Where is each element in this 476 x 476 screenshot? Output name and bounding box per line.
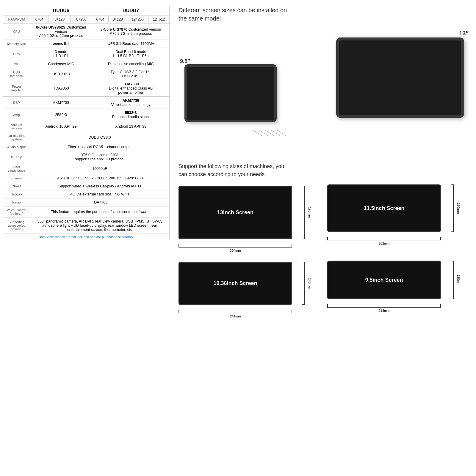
screen-10-36-text: 10.36inch Screen [213, 280, 257, 286]
bottom-bracket-11-5: 262mm [327, 234, 441, 240]
dudu6-cell-1: emmc 5.1 [30, 40, 92, 48]
dudu7-cell-5: TDA7808 Digital enhanced Class AB power … [92, 80, 170, 97]
height-13: 196mm [308, 207, 312, 218]
shared-row: car machine systemDUDU OS3.0 [3, 132, 170, 143]
d7-ram4: 12+512 [148, 15, 169, 24]
shared-row: RadioTDA7708 [3, 198, 170, 206]
screen-13-label: 13inch Screen [178, 186, 292, 239]
svg-line-4 [277, 130, 286, 136]
svg-line-2 [265, 130, 274, 136]
shared-label-2: BT chip [3, 151, 30, 163]
row-label-5: Power amplifier [3, 80, 30, 97]
corner-cell [3, 6, 30, 15]
dudu6-header: DUDU6 [30, 6, 92, 15]
d7-ram2: 8+128 [108, 15, 127, 24]
shared-row: Supporting accessories (optional)360° pa… [3, 217, 170, 234]
note-text: Note: Accessories are not included and a… [3, 234, 170, 240]
row-label-2: GPS [3, 48, 30, 60]
shared-label-1: Audio output [3, 143, 30, 151]
screen-9-5-text: 9.5inch Screen [365, 277, 403, 283]
dudu6-cell-6: AKM7738 [30, 97, 92, 109]
d6-ram2: 8+128 [49, 15, 71, 24]
shared-row: Filter capacitance10000μF [3, 163, 170, 174]
shared-row: BT chipBT5.0 Qualcomm 3031 supports the … [3, 151, 170, 163]
bottom-description: Support the following sizes of machines,… [178, 162, 470, 178]
screen-13-text: 13inch Screen [217, 209, 253, 216]
dudu7-header: DUDU7 [92, 6, 170, 15]
table-row: MICCondenser MICDigital noise cancelling… [3, 60, 170, 68]
row-label-0: CPU [3, 24, 30, 40]
right-bracket-11-5: 170mm [449, 184, 455, 232]
bottom-bracket-10-36: 241mm [178, 307, 292, 313]
dudu6-cell-2: 3 mode L1 B1 E1 [30, 48, 92, 60]
table-row: Amp2582*35532*3 Enhanced audio signal [3, 109, 170, 121]
shared-label-9: Supporting accessories (optional) [3, 217, 30, 234]
d7-ram3: 12+256 [127, 15, 148, 24]
d6-ram1: 6+64 [30, 15, 49, 24]
screen-9-5-label: 9.5inch Screen [327, 261, 441, 299]
d6-ram3: 8+256 [71, 15, 92, 24]
dudu7-cell-3: Digital noise cancelling MIC [92, 60, 170, 68]
shared-label-7: Radio [3, 198, 30, 206]
ram-rom-label: RAM/ROM [3, 15, 30, 24]
shared-value-9: 360° panoramic camera, AR DVR, rear view… [30, 217, 170, 234]
height-10-36: 146mm [308, 278, 312, 289]
right-panel: Different screen sizes can be installed … [173, 0, 476, 476]
row-label-7: Amp [3, 109, 30, 121]
row-label-1: Memory type [3, 40, 30, 48]
shared-value-4: 9.5″ / 10.36″ / 11.5″ : 2K 2000*1200 13″… [30, 174, 170, 182]
dudu6-cell-5: TDA7850 [30, 80, 92, 97]
svg-line-3 [271, 130, 280, 136]
shared-value-7: TDA7708 [30, 198, 170, 206]
shared-label-4: Screen [3, 174, 30, 182]
dudu7-cell-0: 8-Core UIS7870 Customized verison A76 2.… [92, 24, 170, 40]
right-bracket-9-5: 130mm [449, 261, 455, 299]
shared-value-0: DUDU OS3.0 [30, 132, 170, 143]
table-row: Memory typeemmc 5.1UFS 3.1 Read data 170… [3, 40, 170, 48]
shared-value-1: Fiber + coaxial RCA5.1 channel output [30, 143, 170, 151]
note-row: Note: Accessories are not included and a… [3, 234, 170, 240]
shared-row: CP/AASupport wired + wireless Car-play /… [3, 182, 170, 190]
height-9-5: 130mm [457, 275, 461, 286]
right-bracket-10-36: 146mm [300, 262, 306, 305]
shared-value-3: 10000μF [30, 163, 170, 174]
dudu6-cell-7: 2582*3 [30, 109, 92, 121]
row-label-6: DSP [3, 97, 30, 109]
top-description: Different screen sizes can be installed … [178, 6, 470, 23]
screen-9-5-size-box: 9.5inch Screen 130mm 218mm [327, 261, 470, 320]
diagonal-lines [178, 124, 470, 154]
screen-sizes-grid: 13inch Screen 196mm 304mm 11.5inch [178, 184, 470, 320]
shared-label-6: Network [3, 190, 30, 198]
right-bracket-13: 196mm [300, 186, 306, 239]
d7-ram1: 6+64 [92, 15, 109, 24]
table-row: USB interfaceUSB 2.0*3Type-C USB 3.2 Gan… [3, 68, 170, 80]
screens-comparison: 13″ 9.5″ [178, 29, 470, 154]
shared-row: Network4G Lte external card slot + 5G WI… [3, 190, 170, 198]
table-row: DSPAKM7738AKM7739 Velvet audio technolog… [3, 97, 170, 109]
screen-13-box: 13inch Screen 196mm 304mm [178, 184, 321, 255]
table-row: Android versionAndroid 10 API=29Android … [3, 121, 170, 132]
row-label-8: Android version [3, 121, 30, 132]
row-label-4: USB interface [3, 68, 30, 80]
shared-value-8: This feature requires the purchase of vo… [30, 206, 170, 217]
dudu6-cell-4: USB 2.0*3 [30, 68, 92, 80]
dudu6-cell-8: Android 10 API=29 [30, 121, 92, 132]
table-row: CPU8-Core UIS7862S Customized verison A5… [3, 24, 170, 40]
table-row: GPS3 mode L1 B1 E1Dual Band 6 mode L1 L5… [3, 48, 170, 60]
left-panel: DUDU6 DUDU7 RAM/ROM 6+64 8+128 8+256 6+6… [0, 0, 173, 476]
screen-11-5-box: 11.5inch Screen 170mm 262mm [327, 184, 470, 255]
dudu7-cell-7: 5532*3 Enhanced audio signal [92, 109, 170, 121]
shared-value-2: BT5.0 Qualcomm 3031 supports the aptx HD… [30, 151, 170, 163]
screen-10-36-label: 10.36inch Screen [178, 262, 292, 305]
shared-row: Screen9.5″ / 10.36″ / 11.5″ : 2K 2000*12… [3, 174, 170, 182]
row-label-3: MIC [3, 60, 30, 68]
shared-value-5: Support wired + wireless Car-play / Andr… [30, 182, 170, 190]
dudu7-cell-2: Dual Band 6 mode L1 L5 B1 B2a E1 E5a [92, 48, 170, 60]
label-13inch: 13″ [459, 30, 469, 37]
width-10-36: 241mm [230, 314, 241, 318]
screen-10-36-box: 10.36inch Screen 146mm 241mm [178, 261, 321, 320]
shared-label-8: Voice Control (optional) [3, 206, 30, 217]
table-row: Power amplifierTDA7850TDA7808 Digital en… [3, 80, 170, 97]
dudu6-cell-0: 8-Core UIS7862S Customized verison A55 2… [30, 24, 92, 40]
dudu7-cell-1: UFS 3.1 Read data 1700M+ [92, 40, 170, 48]
